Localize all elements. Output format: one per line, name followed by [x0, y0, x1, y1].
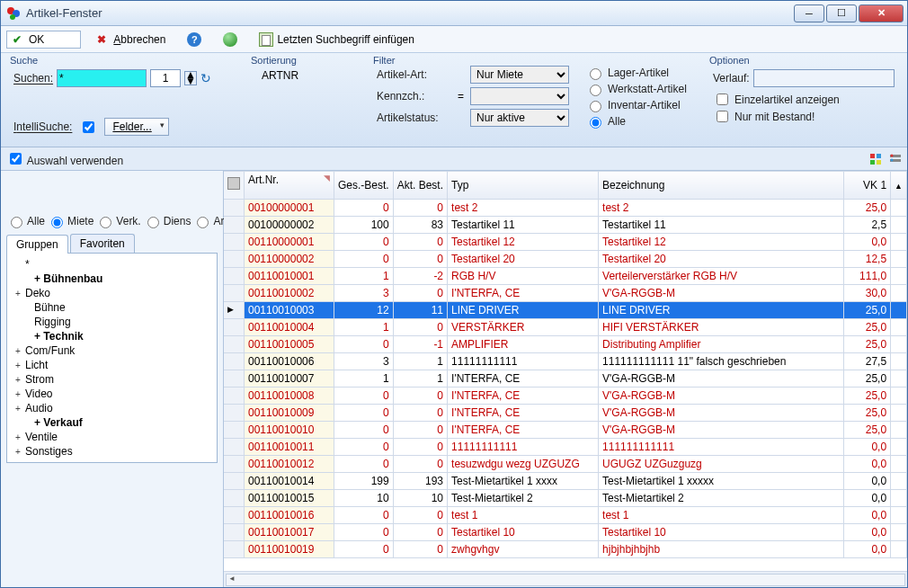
paste-search-button[interactable]: Letzten Suchbegriff einfügen: [254, 31, 420, 49]
table-row[interactable]: 0011001000410VERSTÄRKERHIFI VERSTÄRKER25…: [224, 318, 907, 335]
einzel-checkbox[interactable]: Einzelartikel anzeigen: [713, 91, 895, 108]
expand-icon[interactable]: +: [13, 361, 23, 370]
row-selector[interactable]: [224, 233, 245, 250]
row-selector[interactable]: [224, 250, 245, 267]
artikelstatus-select[interactable]: Nur aktive: [470, 109, 569, 127]
row-selector[interactable]: [224, 199, 245, 216]
tree-item[interactable]: Bühne: [9, 300, 215, 315]
tab-favoriten[interactable]: Favoriten: [70, 234, 135, 253]
row-selector[interactable]: [224, 335, 245, 352]
col-vk[interactable]: VK 1: [844, 172, 891, 199]
auswahl-checkbox[interactable]: Auswahl verwenden: [6, 150, 123, 167]
table-row[interactable]: 0011001001100111111111111111111111110,0: [224, 438, 907, 455]
table-row[interactable]: 00110010014199193Test-Mietartikel 1 xxxx…: [224, 472, 907, 489]
table-row[interactable]: 0011001000900I'NTERFA, CEV'GA-RGGB-M25,0: [224, 404, 907, 421]
refresh-icon[interactable]: ↻: [200, 71, 215, 85]
tab-gruppen[interactable]: Gruppen: [6, 235, 68, 254]
tree[interactable]: *+ Bühnenbau+DekoBühneRigging+ Technik+C…: [6, 254, 218, 463]
expand-icon[interactable]: +: [13, 346, 23, 356]
row-selector[interactable]: [224, 216, 245, 233]
table-row[interactable]: 0011001001600test 1test 10,0: [224, 506, 907, 523]
row-selector[interactable]: [224, 404, 245, 421]
tree-item[interactable]: *: [9, 257, 215, 272]
expand-icon[interactable]: +: [13, 432, 23, 442]
row-selector[interactable]: [224, 284, 245, 301]
radio-werkstatt[interactable]: Werkstatt-Artikel: [585, 82, 687, 96]
tree-item[interactable]: + Technik: [9, 329, 215, 343]
radio-lager[interactable]: Lager-Artikel: [585, 66, 687, 80]
tree-item[interactable]: +Ventile: [9, 430, 215, 444]
row-selector[interactable]: [224, 540, 245, 557]
row-selector[interactable]: [224, 455, 245, 472]
tree-item[interactable]: +Com/Funk: [9, 343, 215, 358]
tree-item[interactable]: +Sonstiges: [9, 444, 215, 459]
scope-miete[interactable]: Miete: [47, 214, 93, 228]
search-input[interactable]: [57, 69, 147, 87]
table-row[interactable]: 001100100050-1AMPLIFIERDistributing Ampl…: [224, 335, 907, 352]
col-selector[interactable]: [224, 172, 245, 199]
row-selector[interactable]: [224, 267, 245, 284]
table-row[interactable]: 0011001001000I'NTERFA, CEV'GA-RGGB-M25,0: [224, 421, 907, 438]
table-row[interactable]: 0010000000210083Testartikel 11Testartike…: [224, 216, 907, 233]
table-row[interactable]: 0011001001200tesuzwdgu wezg UZGUZGUGUGZ …: [224, 455, 907, 472]
tree-item[interactable]: + Bühnenbau: [9, 272, 215, 286]
bestand-checkbox[interactable]: Nur mit Bestand!: [713, 108, 895, 125]
kennzch-select[interactable]: [470, 87, 569, 105]
grid[interactable]: Art.Nr.◥ Ges.-Best. Akt. Best. Typ Bezei…: [224, 171, 907, 571]
intelli-checkbox[interactable]: [83, 121, 94, 133]
row-selector[interactable]: [224, 438, 245, 455]
col-akt[interactable]: Akt. Best.: [393, 172, 447, 199]
tree-item[interactable]: +Deko: [9, 286, 215, 300]
table-row[interactable]: 0011001000711I'NTERFA, CEV'GA-RGGB-M25,0: [224, 370, 907, 387]
col-typ[interactable]: Typ: [448, 172, 599, 199]
tool-icon-1[interactable]: [869, 153, 882, 165]
table-row[interactable]: 0011001001700Testartikel 10Testartikel 1…: [224, 523, 907, 540]
scope-alle[interactable]: Alle: [6, 214, 45, 228]
tree-item[interactable]: Rigging: [9, 315, 215, 329]
table-row[interactable]: 0011001001900zwhgvhgvhjbjhbjhbjhb0,0: [224, 540, 907, 557]
row-selector[interactable]: [224, 370, 245, 387]
help-button[interactable]: ?: [182, 31, 207, 49]
row-selector[interactable]: [224, 318, 245, 335]
col-bez[interactable]: Bezeichnung: [599, 172, 844, 199]
expand-icon[interactable]: +: [13, 404, 23, 414]
row-selector[interactable]: [224, 523, 245, 540]
expand-icon[interactable]: +: [13, 447, 23, 457]
artikelart-select[interactable]: Nur Miete: [470, 66, 569, 84]
table-row[interactable]: 001100100031211LINE DRIVERLINE DRIVER25,…: [224, 301, 907, 318]
scope-verk[interactable]: Verk.: [95, 214, 140, 228]
table-row[interactable]: 0010000000100test 2test 225,0: [224, 199, 907, 216]
horizontal-scrollbar[interactable]: [226, 574, 905, 586]
felder-button[interactable]: Felder...: [104, 118, 168, 136]
cancel-button[interactable]: ✖ Abbrechen: [92, 31, 171, 48]
table-row[interactable]: 0011001000800I'NTERFA, CEV'GA-RGGB-M25,0: [224, 387, 907, 404]
col-ges[interactable]: Ges.-Best.: [334, 172, 394, 199]
tool-icon-2[interactable]: [889, 153, 902, 165]
web-button[interactable]: [218, 31, 243, 49]
col-artnr[interactable]: Art.Nr.◥: [245, 172, 334, 199]
ok-button[interactable]: ✔ OK: [6, 31, 81, 49]
table-row[interactable]: 0011000000100Testartikel 12Testartikel 1…: [224, 233, 907, 250]
verlauf-input[interactable]: [753, 69, 895, 87]
row-selector[interactable]: [224, 506, 245, 523]
tree-item[interactable]: +Video: [9, 387, 215, 401]
table-row[interactable]: 001100100011-2RGB H/VVerteilerverstärker…: [224, 267, 907, 284]
expand-icon[interactable]: +: [13, 289, 23, 298]
row-selector[interactable]: [224, 489, 245, 506]
col-last[interactable]: ▲: [891, 172, 907, 199]
row-selector[interactable]: [224, 421, 245, 438]
minimize-button[interactable]: ─: [794, 4, 824, 22]
table-row[interactable]: 001100100063111111111111111111111111 11"…: [224, 352, 907, 370]
spin-down[interactable]: ▼: [185, 78, 196, 85]
close-button[interactable]: ✕: [859, 4, 904, 22]
scope-diens[interactable]: Diens: [143, 214, 191, 228]
row-selector[interactable]: [224, 352, 245, 370]
row-selector[interactable]: [224, 387, 245, 404]
expand-icon[interactable]: +: [13, 389, 23, 399]
row-selector[interactable]: [224, 301, 245, 318]
radio-alle[interactable]: Alle: [585, 114, 687, 129]
tree-item[interactable]: +Audio: [9, 401, 215, 415]
expand-icon[interactable]: +: [13, 375, 23, 385]
tree-item[interactable]: +Licht: [9, 358, 215, 372]
table-row[interactable]: 001100100151010Test-Mietartikel 2Test-Mi…: [224, 489, 907, 506]
